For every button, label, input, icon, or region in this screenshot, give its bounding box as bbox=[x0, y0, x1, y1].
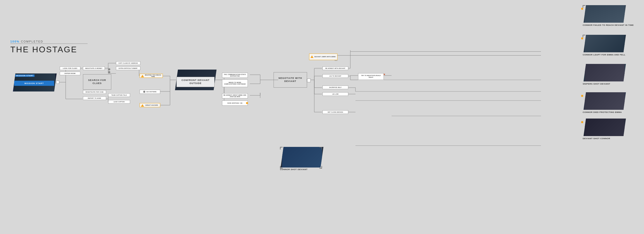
fail-comm: FAIL COMMUNICATION STAYS DISTRACTED bbox=[222, 73, 248, 78]
android-label: MISSION START bbox=[15, 74, 35, 77]
connector-lines bbox=[0, 0, 644, 234]
title-area: 100% COMPLETED THE HOSTAGE bbox=[10, 40, 88, 54]
look-for-clues: LOOK FOR CLUES bbox=[60, 66, 80, 70]
be-honest-emma: BE HONEST ABOUT EMMA AND JOSH (N) MAN bbox=[222, 93, 248, 98]
outcome-leapt-label: CONNOR LEAPT FOR EMMA AND FELL bbox=[583, 53, 634, 56]
investigate-icon2 bbox=[108, 71, 110, 73]
team-captain: TEAM CAPTAIN TALK bbox=[108, 93, 130, 97]
great-hazard: GREAT HAZARD bbox=[140, 103, 160, 107]
outcome-connor-shot: CONNOR SHOT DEVIANT bbox=[282, 147, 322, 168]
lie-deviant: LIE TO DEVIANT bbox=[323, 74, 348, 78]
search-for-clues: SEARCH FOR CLUES bbox=[83, 74, 111, 90]
go-outside: GO OUTSIDE bbox=[140, 90, 160, 94]
sacrifice-self: SACRIFICE SELF bbox=[323, 86, 348, 89]
negotiate-deviant: NEGOTIATE WITH DEVIANT bbox=[274, 72, 307, 88]
mission-start-node: MISSION START bbox=[14, 81, 54, 86]
flowchart: 100% COMPLETED THE HOSTAGE bbox=[0, 0, 644, 234]
get-close: GET CLOSE ENOUGH bbox=[323, 110, 348, 114]
failed-dot bbox=[581, 8, 583, 10]
wasted-too-much: WASTED TOO MUCH TIME bbox=[140, 74, 163, 78]
neg-connector bbox=[307, 79, 311, 82]
investigate-icon bbox=[108, 68, 110, 70]
outcome-failed-label: CONNOR FAILED TO REACH DEVIANT IN TIME bbox=[583, 24, 634, 27]
mission-title: THE HOSTAGE bbox=[10, 45, 88, 54]
outcome-snipers: SNIPERS SHOT DEVIANT bbox=[585, 64, 625, 81]
deviant-jumps: DEVIANT JUMPS WITH EMMA bbox=[309, 54, 337, 60]
lead-captain: LEAD CAPTAIN bbox=[108, 100, 130, 104]
outcome-deviant-shot: DEVIANT SHOT CONNOR bbox=[585, 119, 625, 136]
completed-text: COMPLETED bbox=[21, 40, 43, 43]
outcome-died-emma: CONNOR DIED PROTECTING EMMA bbox=[585, 92, 625, 110]
title-divider bbox=[10, 44, 88, 44]
confront-deviant-node: CONFRONT DEVIANT OUTSIDE bbox=[176, 77, 215, 87]
completed-label: 100% COMPLETED bbox=[10, 40, 88, 43]
outcome-snipers-label: SNIPERS SHOT DEVIANT bbox=[583, 82, 634, 85]
outcome-failed-reach: CONNOR FAILED TO REACH DEVIANT IN TIME bbox=[585, 5, 625, 24]
pct-label: 100% bbox=[10, 40, 20, 43]
investigate-case: INVESTIGATE FOR CASE bbox=[83, 90, 106, 94]
save-hostage: SAVE HOSTAGE / HE bbox=[222, 101, 248, 106]
died-dot bbox=[581, 95, 583, 97]
save-dot bbox=[246, 102, 248, 104]
be-honest-deviant: BE HONEST WITH DEVIANT bbox=[323, 66, 348, 70]
extra-difficult: EXTRA DIFFICULT ENEMY bbox=[116, 66, 140, 70]
leapt-dot bbox=[581, 37, 583, 39]
outcome-died-label: CONNOR DIED PROTECTING EMMA bbox=[583, 111, 634, 114]
enter-room: ENTER ROOM bbox=[60, 72, 80, 75]
devshot-dot bbox=[581, 121, 583, 123]
try-negotiate: TRY TO NEGOTIATE BUILD TRUST bbox=[358, 73, 384, 80]
go-icon bbox=[143, 91, 145, 93]
x-mark: ✕ bbox=[383, 73, 385, 76]
fail-comm2: NEEDS TO WORK COMPLICATIONS CONTINUED bbox=[222, 79, 248, 87]
start-connector bbox=[56, 81, 59, 84]
outcome-leapt-emma: CONNOR LEAPT FOR EMMA AND FELL bbox=[585, 35, 625, 53]
lie-low: LIE LOW bbox=[323, 92, 348, 96]
copy-clues: COPY CLUES BY ANDROID bbox=[116, 61, 140, 65]
negotiate-money: NEGOTIATE S MONEY bbox=[83, 66, 105, 70]
report-hank: REPORT TO HANK bbox=[83, 96, 106, 100]
outcome-devshot-label: DEVIANT SHOT CONNOR bbox=[583, 137, 634, 140]
